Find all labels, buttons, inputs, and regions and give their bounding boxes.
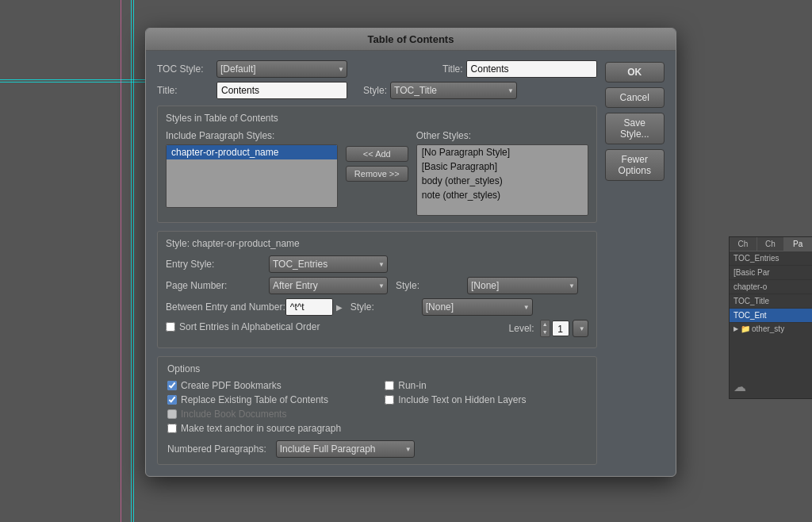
title-input[interactable] [466, 60, 597, 78]
other-item-1[interactable]: [Basic Paragraph] [417, 159, 588, 174]
panel-item-2[interactable]: chapter-o [730, 280, 812, 294]
make-anchor-row: Make text anchor in source paragraph [167, 423, 369, 434]
sort-checkbox-row: Sort Entries in Alphabetical Order [166, 321, 320, 332]
title-field-input[interactable] [216, 82, 347, 99]
cyan-line-1 [131, 0, 132, 522]
create-pdf-row: Create PDF Bookmarks [167, 380, 369, 391]
cancel-button[interactable]: Cancel [605, 87, 665, 108]
include-item-0[interactable]: chapter-or-product_name [167, 145, 337, 159]
panel-item-4[interactable]: TOC_Ent [730, 309, 812, 323]
panel-tab-pa[interactable]: Pa [784, 237, 812, 251]
group-label: other_sty [752, 324, 784, 333]
dialog-titlebar: Table of Contents [146, 29, 676, 51]
style-field-label: Style: [363, 85, 387, 96]
panel-item-0[interactable]: TOC_Entries [730, 251, 812, 266]
save-style-button[interactable]: Save Style... [605, 113, 665, 144]
replace-toc-checkbox[interactable] [167, 395, 177, 405]
panel-tabs: Ch Ch Pa [730, 237, 812, 251]
include-book-label: Include Book Documents [181, 409, 286, 420]
numbered-select-wrapper: Include Full ParagraphInclude Numbers On… [276, 440, 415, 458]
entry-style-select[interactable]: TOC_Entries [269, 255, 388, 273]
include-styles-list[interactable]: chapter-or-product_name [166, 144, 338, 208]
other-label: Other Styles: [416, 130, 588, 141]
pink-line-1 [121, 0, 121, 522]
sort-label: Sort Entries in Alphabetical Order [179, 321, 320, 332]
toc-style-select[interactable]: [Default] [216, 60, 347, 78]
options-left-col: Create PDF Bookmarks Replace Existing Ta… [167, 380, 369, 437]
run-in-checkbox[interactable] [385, 381, 394, 390]
styles-buttons: << Add Remove >> [346, 130, 408, 182]
style-between-wrapper: [None] [422, 298, 533, 316]
group-arrow: ▶ [733, 325, 738, 332]
dialog-buttons: OK Cancel Save Style... Fewer Options [605, 60, 665, 465]
style-after-pn-label: Style: [396, 280, 467, 291]
between-arrow: ▶ [336, 303, 343, 312]
style-between-select[interactable]: [None] [422, 298, 533, 316]
cyan-line-2 [133, 0, 134, 522]
create-pdf-label: Create PDF Bookmarks [181, 380, 282, 391]
replace-toc-row: Replace Existing Table of Contents [167, 394, 369, 405]
style-between-label: Style: [350, 301, 422, 313]
level-select[interactable]: 1 [573, 320, 588, 337]
numbered-select[interactable]: Include Full ParagraphInclude Numbers On… [276, 440, 415, 458]
numbered-label: Numbered Paragraphs: [167, 443, 266, 455]
level-up-arrow[interactable]: ▲ [541, 320, 550, 328]
include-label: Include Paragraph Styles: [166, 130, 338, 141]
add-button[interactable]: << Add [346, 146, 408, 162]
options-title: Options [167, 363, 587, 374]
toc-style-label: TOC Style: [157, 63, 216, 75]
style-config-title: Style: chapter-or-product_name [166, 238, 588, 249]
styles-section: Styles in Table of Contents Include Para… [157, 106, 597, 223]
other-styles-list[interactable]: [No Paragraph Style] [Basic Paragraph] b… [416, 144, 588, 216]
fewer-options-button[interactable]: Fewer Options [605, 149, 665, 181]
style-after-pn-select[interactable]: [None] [467, 277, 578, 294]
panel-tab-ch1[interactable]: Ch [730, 237, 757, 251]
include-book-checkbox[interactable] [167, 409, 177, 419]
other-item-0[interactable]: [No Paragraph Style] [417, 145, 588, 159]
style-select[interactable]: TOC_Title [390, 82, 517, 99]
ok-button[interactable]: OK [605, 62, 665, 83]
include-styles-panel: Include Paragraph Styles: chapter-or-pro… [166, 130, 338, 208]
page-number-select[interactable]: After Entry [269, 277, 388, 294]
entry-style-label: Entry Style: [166, 259, 269, 270]
sort-checkbox[interactable] [166, 322, 175, 332]
toc-style-select-wrapper: [Default] // fill option after load [216, 60, 347, 78]
title-label: Title: [442, 63, 463, 75]
toc-dialog: Table of Contents TOC Style: [Default] /… [145, 28, 676, 477]
make-anchor-checkbox[interactable] [167, 424, 177, 433]
hidden-layers-checkbox[interactable] [385, 395, 394, 405]
styles-container: Include Paragraph Styles: chapter-or-pro… [166, 130, 588, 216]
level-down-arrow[interactable]: ▼ [541, 328, 550, 336]
level-select-wrapper: 1 [573, 320, 588, 337]
cyan-line-3 [0, 79, 151, 80]
other-styles-panel: Other Styles: [No Paragraph Style] [Basi… [416, 130, 588, 216]
panel-group[interactable]: ▶ 📁 other_sty [730, 323, 812, 335]
include-book-row: Include Book Documents [167, 409, 369, 420]
options-right-col: Run-in Include Text on Hidden Layers [385, 380, 586, 437]
options-columns: Create PDF Bookmarks Replace Existing Ta… [167, 380, 587, 437]
remove-button[interactable]: Remove >> [346, 166, 408, 182]
dialog-body: TOC Style: [Default] // fill option afte… [146, 51, 676, 476]
folder-icon: 📁 [741, 324, 750, 333]
toc-style-row: TOC Style: [Default] // fill option afte… [157, 60, 597, 78]
level-spinner-arrows[interactable]: ▲ ▼ [540, 320, 550, 337]
style-select-wrapper: TOC_Title [390, 82, 517, 99]
between-input[interactable] [285, 298, 333, 316]
between-row: Between Entry and Number: ▶ Style: [None… [166, 298, 588, 316]
entry-style-select-wrapper: TOC_Entries [269, 255, 388, 273]
create-pdf-checkbox[interactable] [167, 381, 177, 390]
other-item-3[interactable]: note (other_styles) [417, 188, 588, 202]
page-number-label: Page Number: [166, 280, 269, 291]
panel-item-3[interactable]: TOC_Title [730, 294, 812, 309]
cloud-icon: ☁ [733, 379, 746, 394]
other-item-2[interactable]: body (other_styles) [417, 174, 588, 188]
run-in-row: Run-in [385, 380, 586, 391]
between-label: Between Entry and Number: [166, 301, 285, 313]
dialog-title: Table of Contents [368, 33, 454, 45]
run-in-label: Run-in [398, 380, 426, 391]
level-value: 1 [552, 320, 569, 336]
panel-tab-ch2[interactable]: Ch [757, 237, 785, 251]
panel-item-1[interactable]: [Basic Par [730, 266, 812, 280]
page-number-select-wrapper: After Entry [269, 277, 388, 294]
level-control: Level: ▲ ▼ 1 1 [509, 320, 588, 337]
